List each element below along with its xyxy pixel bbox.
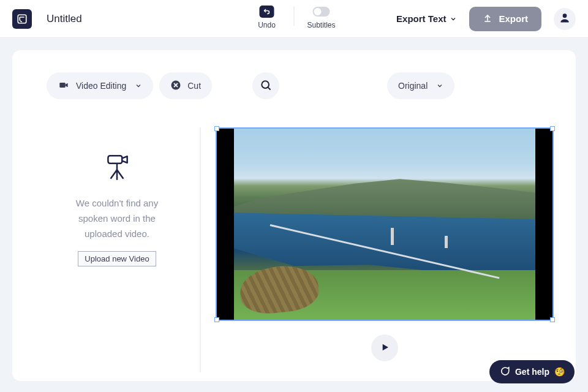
resize-handle-bottom-left[interactable] — [214, 317, 219, 322]
svg-rect-5 — [108, 156, 122, 164]
project-title[interactable]: Untitled — [47, 13, 82, 25]
app-header: Untitled Undo Subtitles Export Text — [0, 0, 588, 38]
chevron-down-icon — [436, 82, 443, 89]
svg-point-1 — [563, 13, 567, 18]
camera-stand-icon — [102, 152, 132, 185]
upload-icon — [483, 13, 492, 24]
search-button[interactable] — [252, 72, 279, 99]
close-circle-icon — [170, 80, 181, 92]
upload-new-video-button[interactable]: Upload new Video — [78, 251, 156, 266]
header-divider — [294, 6, 295, 26]
export-button-label: Export — [499, 13, 528, 24]
empty-line-2: spoken word in the — [76, 211, 158, 227]
undo-button[interactable]: Undo — [243, 5, 292, 29]
video-thumbnail — [234, 129, 535, 320]
empty-line-3: uploaded video. — [76, 227, 158, 242]
export-button[interactable]: Export — [469, 7, 541, 31]
header-right: Export Text Export — [396, 7, 576, 31]
undo-icon — [260, 6, 274, 18]
app-logo-icon — [12, 9, 32, 29]
search-icon — [260, 79, 272, 93]
subtitles-label: Subtitles — [307, 21, 335, 29]
resize-handle-top-left[interactable] — [214, 126, 219, 131]
svg-rect-2 — [59, 83, 65, 88]
cut-button[interactable]: Cut — [159, 72, 212, 99]
content-area: Video Editing Cut Original — [0, 38, 588, 392]
chat-icon — [499, 366, 510, 379]
video-preview-panel — [216, 127, 554, 366]
get-help-label: Get help — [515, 367, 549, 377]
subtitles-toggle-button[interactable]: Subtitles — [297, 5, 346, 29]
aspect-ratio-dropdown[interactable]: Original — [387, 72, 454, 99]
export-text-dropdown[interactable]: Export Text — [396, 13, 457, 24]
pillarbox-left — [217, 129, 234, 320]
svg-point-4 — [262, 81, 269, 88]
transcript-panel: We couldn't find any spoken word in the … — [34, 127, 201, 372]
cut-label: Cut — [187, 81, 201, 91]
header-center-tools: Undo Subtitles — [243, 5, 346, 29]
resize-handle-top-right[interactable] — [550, 126, 555, 131]
video-canvas[interactable] — [216, 127, 554, 321]
chevron-down-icon — [135, 82, 142, 89]
video-camera-icon — [58, 80, 70, 92]
export-text-label: Export Text — [396, 13, 446, 24]
chevron-down-icon — [450, 15, 457, 23]
resize-handle-bottom-right[interactable] — [550, 317, 555, 322]
toggle-icon — [313, 7, 330, 17]
pillarbox-right — [535, 129, 552, 320]
original-label: Original — [398, 81, 428, 91]
get-help-button[interactable]: Get help 🧐 — [489, 360, 575, 383]
empty-line-1: We couldn't find any — [76, 196, 158, 211]
toolbar-left: Video Editing Cut — [47, 72, 212, 99]
play-icon — [380, 342, 390, 354]
play-button[interactable] — [371, 334, 398, 361]
face-emoji-icon: 🧐 — [554, 367, 565, 377]
main-panel: Video Editing Cut Original — [12, 50, 576, 381]
video-editing-label: Video Editing — [76, 81, 126, 91]
user-icon — [559, 12, 571, 26]
video-editing-dropdown[interactable]: Video Editing — [47, 72, 153, 99]
user-avatar-button[interactable] — [554, 8, 576, 30]
empty-state-message: We couldn't find any spoken word in the … — [76, 196, 158, 241]
undo-label: Undo — [258, 21, 276, 29]
